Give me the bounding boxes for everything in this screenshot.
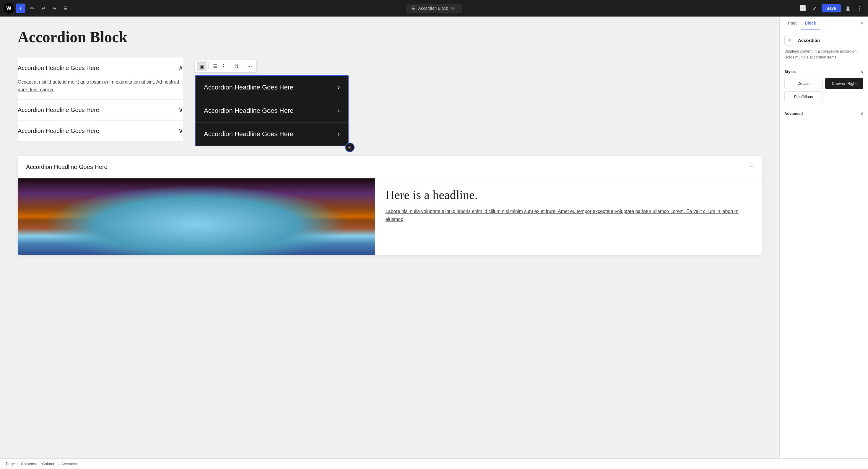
image-inner (18, 178, 375, 255)
block-info-section: ≡ Accordion Displays content in a collap… (780, 30, 868, 65)
styles-header[interactable]: Styles ∧ (780, 65, 868, 78)
accordion-dark-title-1: Accordion Headline Goes Here (204, 84, 293, 91)
minus-icon: − (749, 163, 753, 171)
wp-logo-text: W (6, 5, 11, 11)
advanced-collapse-icon: ∨ (860, 111, 863, 116)
breadcrumb-accordion[interactable]: Accordion (61, 462, 79, 466)
breadcrumb-page[interactable]: Page (6, 462, 15, 466)
redo-button[interactable]: ↪ (50, 4, 59, 13)
chevron-right-icon-1: › (338, 84, 340, 91)
sidebar-toggle-button[interactable]: ▣ (843, 4, 852, 13)
accordion-plusminus: Accordion Headline Goes Here − Here is a… (18, 156, 762, 255)
breadcrumb-sep-2: › (38, 462, 39, 466)
topbar-center: ☰ Accordion Block ⌘K (406, 4, 462, 13)
topbar: W + ✏ ↩ ↪ ☰ ☰ Accordion Block ⌘K ⬜ ⤢ Sav… (0, 0, 868, 17)
block-toolbar: ▣ ☰ ⋮⋮ ⇅ ⋯ (195, 60, 256, 72)
wp-logo[interactable]: W (4, 3, 14, 13)
accordion-body-text-1: Occaecat nisi id aute id mollit quis ips… (18, 80, 179, 92)
accordion-header-1[interactable]: Accordion Headline Goes Here ∧ (18, 58, 183, 78)
tab-page[interactable]: Page (784, 17, 801, 30)
accordion-item-3: Accordion Headline Goes Here ∨ (18, 121, 183, 141)
list-view-button[interactable]: ☰ (61, 4, 70, 13)
accordion-dark-title-3: Accordion Headline Goes Here (204, 130, 293, 138)
styles-grid: Default Chevron Right Plus/Minus (780, 78, 868, 107)
block-header: ≡ Accordion (784, 35, 863, 45)
styles-label: Styles (784, 69, 796, 74)
accordion-title-1: Accordion Headline Goes Here (18, 65, 99, 71)
block-icon: ≡ (784, 35, 795, 45)
accordion-pm-headline: Here is a headline. (385, 188, 751, 202)
center-document-info[interactable]: ☰ Accordion Block ⌘K (406, 4, 462, 13)
tab-block[interactable]: Block (801, 17, 819, 30)
accordion-pm-body: Here is a headline. Labore nisi nulla vo… (18, 178, 762, 255)
chevron-right-icon-2: › (338, 107, 340, 115)
accordion-pm-content: Here is a headline. Labore nisi nulla vo… (375, 178, 762, 255)
accordion-default: Accordion Headline Goes Here ∧ Occaecat … (18, 58, 183, 141)
style-option-chevron-label: Chevron Right (832, 81, 857, 86)
advanced-label: Advanced (784, 111, 803, 116)
page-title: Accordion Block (18, 28, 762, 46)
main-layout: Accordion Block Accordion Headline Goes … (0, 17, 868, 458)
accordion-pm-image (18, 178, 375, 255)
selected-accordion-wrapper: ▣ ☰ ⋮⋮ ⇅ ⋯ Accordion Headline Goes Here … (195, 75, 349, 146)
tools-button[interactable]: ✏ (27, 4, 37, 13)
more-options-button[interactable]: ⋮ (855, 4, 864, 13)
toolbar-drag-btn[interactable]: ⋮⋮ (221, 61, 230, 71)
accordion-pm-header[interactable]: Accordion Headline Goes Here − (18, 156, 762, 178)
accordion-dark-item-1[interactable]: Accordion Headline Goes Here › (195, 76, 348, 99)
chevron-down-icon-2: ∨ (179, 106, 183, 114)
breadcrumb-sep-1: › (17, 462, 18, 466)
breadcrumb-columns[interactable]: Columns (21, 462, 36, 466)
accordion-pm-title: Accordion Headline Goes Here (26, 164, 107, 170)
add-block-button-inline[interactable]: + (345, 143, 354, 152)
right-panel: Page Block × ≡ Accordion Displays conten… (779, 17, 868, 458)
style-option-plus-minus[interactable]: Plus/Minus (784, 91, 823, 102)
external-link-button[interactable]: ⤢ (810, 4, 819, 13)
breadcrumb-column[interactable]: Column (42, 462, 55, 466)
accordion-pm-text: Labore nisi nulla voluptate aliquip labo… (385, 207, 751, 223)
block-description: Displays content in a collapsible accord… (784, 49, 863, 60)
canvas-area: Accordion Block Accordion Headline Goes … (0, 17, 779, 458)
center-title: Accordion Block (418, 6, 448, 11)
topbar-left: W + ✏ ↩ ↪ ☰ (4, 3, 70, 13)
style-option-chevron-right[interactable]: Chevron Right (825, 78, 864, 89)
save-button[interactable]: Save (822, 4, 841, 12)
chevron-down-icon-3: ∨ (179, 127, 183, 135)
toolbar-accordion-icon[interactable]: ▣ (197, 61, 207, 71)
accordion-header-2[interactable]: Accordion Headline Goes Here ∨ (18, 99, 183, 120)
style-option-default[interactable]: Default (784, 78, 823, 89)
topbar-right: ⬜ ⤢ Save ▣ ⋮ (798, 4, 864, 13)
advanced-section[interactable]: Advanced ∨ (780, 107, 868, 120)
toolbar-divider (208, 63, 209, 70)
style-option-plus-label: Plus/Minus (794, 95, 813, 99)
accordion-item-1: Accordion Headline Goes Here ∧ Occaecat … (18, 58, 183, 99)
breadcrumb-sep-3: › (58, 462, 59, 466)
toolbar-arrows-btn[interactable]: ⇅ (231, 61, 241, 71)
chevron-right-icon-3: › (338, 130, 340, 138)
accordion-dark-title-2: Accordion Headline Goes Here (204, 107, 293, 115)
view-button[interactable]: ⬜ (798, 4, 807, 13)
doc-icon: ☰ (411, 6, 415, 11)
styles-section: Styles ∧ Default Chevron Right Plus/Minu… (780, 65, 868, 107)
accordion-dark-item-3[interactable]: Accordion Headline Goes Here › (195, 123, 348, 146)
styles-collapse-icon: ∧ (860, 69, 863, 74)
block-icon-symbol: ≡ (788, 37, 792, 43)
toolbar-list-view-btn[interactable]: ☰ (210, 61, 220, 71)
breadcrumb-bar: Page › Columns › Column › Accordion (0, 458, 868, 469)
toolbar-more-btn[interactable]: ⋯ (245, 61, 254, 71)
panel-close-button[interactable]: × (860, 17, 863, 30)
toolbar-divider-2 (243, 63, 243, 70)
center-shortcut: ⌘K (451, 6, 457, 10)
accordion-body-1: Occaecat nisi id aute id mollit quis ips… (18, 78, 183, 99)
accordion-dark-item-2[interactable]: Accordion Headline Goes Here › (195, 99, 348, 123)
accordion-header-3[interactable]: Accordion Headline Goes Here ∨ (18, 121, 183, 141)
undo-button[interactable]: ↩ (38, 4, 48, 13)
style-option-default-label: Default (797, 81, 809, 86)
accordion-item-2: Accordion Headline Goes Here ∨ (18, 99, 183, 121)
accordion-title-2: Accordion Headline Goes Here (18, 106, 99, 114)
panel-tabs: Page Block × (780, 17, 868, 30)
chevron-up-icon-1: ∧ (179, 64, 183, 72)
add-block-button[interactable]: + (16, 4, 25, 13)
accordion-title-3: Accordion Headline Goes Here (18, 128, 99, 134)
accordion-pm-body-text: Labore nisi nulla voluptate aliquip labo… (385, 209, 739, 222)
